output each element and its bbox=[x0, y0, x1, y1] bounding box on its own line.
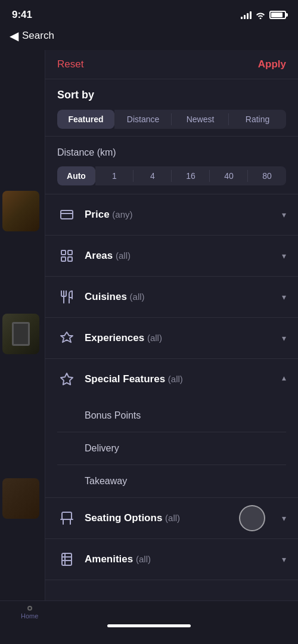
filter-special-features-value: (all) bbox=[168, 374, 183, 384]
svg-marker-6 bbox=[61, 373, 73, 385]
filter-price-row[interactable]: Price (any) ▾ bbox=[45, 194, 298, 236]
distance-section: Distance (km) Auto 1 4 16 40 80 bbox=[45, 137, 298, 194]
signal-icon bbox=[241, 11, 252, 19]
filter-areas-value: (all) bbox=[116, 250, 131, 261]
seating-chevron-icon: ▾ bbox=[282, 513, 286, 523]
filter-special-features-text: Special Features (all) bbox=[85, 373, 282, 385]
filter-experiences-title: Experiences bbox=[85, 332, 147, 343]
sort-tabs: Featured Distance Newest Rating bbox=[57, 110, 286, 129]
background-cards bbox=[0, 0, 45, 644]
filter-amenities-row[interactable]: Amenities (all) ▾ bbox=[45, 539, 298, 580]
filter-header: Reset Apply bbox=[45, 50, 298, 79]
wifi-icon bbox=[255, 11, 266, 19]
filter-experiences-row[interactable]: Experiences (all) ▾ bbox=[45, 318, 298, 359]
filter-price-title: Price bbox=[85, 209, 112, 220]
sort-by-label: Sort by bbox=[57, 89, 286, 101]
sort-tab-distance[interactable]: Distance bbox=[114, 110, 172, 129]
distance-16[interactable]: 16 bbox=[172, 166, 210, 185]
experiences-chevron-icon: ▾ bbox=[282, 333, 286, 343]
back-arrow-icon: ◀ bbox=[10, 29, 18, 43]
filter-special-features-title: Special Features bbox=[85, 373, 168, 385]
distance-label: Distance (km) bbox=[57, 147, 286, 158]
filter-amenities-title: Amenities bbox=[85, 553, 136, 565]
bg-card-1 bbox=[2, 191, 39, 231]
svg-rect-4 bbox=[61, 257, 66, 261]
experiences-icon bbox=[57, 329, 76, 348]
special-feature-bonus-points[interactable]: Bonus Points bbox=[57, 400, 286, 432]
special-features-icon bbox=[57, 370, 76, 389]
back-label: Search bbox=[22, 30, 54, 42]
home-indicator bbox=[107, 624, 191, 627]
filter-price-value: (any) bbox=[112, 209, 132, 219]
filter-seating-options-row[interactable]: Seating Options (all) ▾ bbox=[45, 498, 298, 539]
filter-seating-options-value: (all) bbox=[165, 513, 180, 523]
svg-rect-0 bbox=[61, 210, 73, 219]
amenities-chevron-icon: ▾ bbox=[282, 555, 286, 564]
filter-seating-options-title: Seating Options bbox=[85, 512, 165, 524]
sort-tab-featured[interactable]: Featured bbox=[57, 110, 114, 129]
filter-amenities-text: Amenities (all) bbox=[85, 553, 282, 565]
filter-experiences-text: Experiences (all) bbox=[85, 332, 282, 344]
reset-button[interactable]: Reset bbox=[57, 58, 83, 70]
svg-rect-8 bbox=[62, 553, 72, 565]
seating-options-icon bbox=[57, 509, 76, 528]
filter-experiences-value: (all) bbox=[147, 333, 162, 343]
svg-rect-7 bbox=[62, 512, 72, 519]
svg-rect-2 bbox=[61, 250, 66, 255]
special-features-items: Bonus Points Delivery Takeaway bbox=[45, 400, 298, 497]
sort-by-section: Sort by Featured Distance Newest Rating bbox=[45, 79, 298, 137]
sort-tab-newest[interactable]: Newest bbox=[172, 110, 229, 129]
bottom-navigation: Home bbox=[0, 600, 298, 644]
svg-rect-3 bbox=[68, 250, 72, 255]
areas-chevron-icon: ▾ bbox=[282, 251, 286, 261]
amenities-icon bbox=[57, 550, 76, 569]
filter-areas-text: Areas (all) bbox=[85, 250, 282, 262]
cuisines-chevron-icon: ▾ bbox=[282, 292, 286, 302]
filter-special-features-row[interactable]: Special Features (all) ▾ bbox=[45, 359, 298, 400]
back-navigation[interactable]: ◀ Search bbox=[0, 26, 298, 50]
cuisines-icon bbox=[57, 287, 76, 306]
distance-options: Auto 1 4 16 40 80 bbox=[57, 166, 286, 185]
battery-icon bbox=[269, 11, 286, 19]
bg-card-2 bbox=[2, 314, 39, 354]
price-icon bbox=[57, 205, 76, 224]
distance-80[interactable]: 80 bbox=[248, 166, 286, 185]
status-time: 9:41 bbox=[12, 9, 32, 21]
special-features-chevron-icon: ▾ bbox=[282, 374, 286, 384]
home-nav-dot bbox=[27, 606, 32, 611]
filter-price-text: Price (any) bbox=[85, 209, 282, 221]
filter-areas-title: Areas bbox=[85, 250, 116, 261]
sort-tab-rating[interactable]: Rating bbox=[229, 110, 286, 129]
filter-amenities-value: (all) bbox=[136, 554, 151, 564]
special-feature-delivery[interactable]: Delivery bbox=[57, 432, 286, 465]
special-feature-takeaway[interactable]: Takeaway bbox=[57, 465, 286, 497]
svg-rect-5 bbox=[68, 257, 72, 261]
filter-cuisines-row[interactable]: Cuisines (all) ▾ bbox=[45, 277, 298, 318]
home-nav-label: Home bbox=[21, 612, 38, 620]
distance-1[interactable]: 1 bbox=[95, 166, 134, 185]
filter-areas-row[interactable]: Areas (all) ▾ bbox=[45, 236, 298, 277]
status-icons bbox=[241, 11, 286, 19]
touch-ripple bbox=[239, 505, 265, 531]
home-nav-item[interactable]: Home bbox=[0, 606, 38, 620]
status-bar: 9:41 bbox=[0, 0, 298, 26]
filter-cuisines-text: Cuisines (all) bbox=[85, 291, 282, 303]
filter-cuisines-value: (all) bbox=[130, 292, 145, 302]
filter-cuisines-title: Cuisines bbox=[85, 291, 130, 302]
price-chevron-icon: ▾ bbox=[282, 210, 286, 219]
distance-4[interactable]: 4 bbox=[134, 166, 172, 185]
areas-icon bbox=[57, 246, 76, 265]
distance-40[interactable]: 40 bbox=[210, 166, 248, 185]
distance-auto[interactable]: Auto bbox=[57, 166, 95, 185]
bg-card-3 bbox=[2, 478, 39, 519]
apply-button[interactable]: Apply bbox=[258, 58, 286, 70]
